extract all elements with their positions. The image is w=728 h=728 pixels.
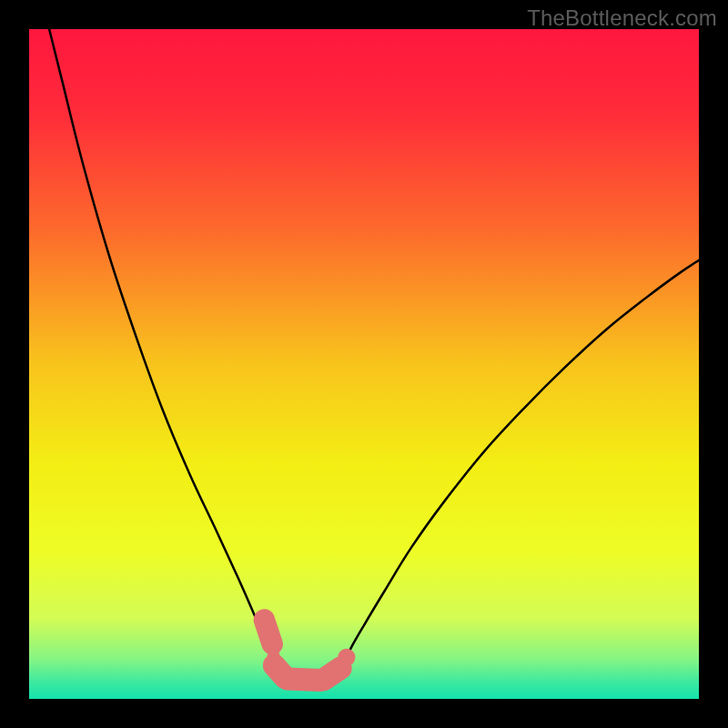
chart-svg [29,29,699,699]
marker-dot [338,649,355,666]
marker-dot [268,650,280,662]
marker-capsule [264,620,272,644]
chart-frame: TheBottleneck.com [0,0,728,728]
plot-area [29,29,699,699]
marker-capsule [324,668,340,680]
gradient-background [29,29,699,699]
watermark-text: TheBottleneck.com [527,5,717,31]
